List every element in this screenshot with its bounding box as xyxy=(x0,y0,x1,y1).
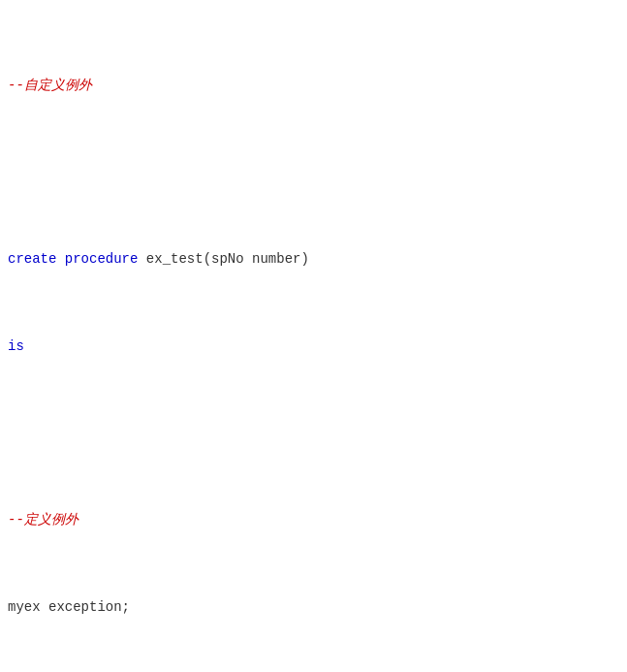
normal-7: myex exception; xyxy=(8,599,130,615)
comment-2: --定义例外 xyxy=(8,512,78,528)
code-line-6: --定义例外 xyxy=(8,509,619,530)
code-line-2 xyxy=(8,162,619,183)
keyword-is: is xyxy=(8,338,24,354)
comment-1: --自定义例外 xyxy=(8,78,92,93)
normal-3: ex_test(spNo number) xyxy=(146,251,309,267)
code-line-5 xyxy=(8,422,619,443)
code-line-4: is xyxy=(8,336,619,357)
code-line-1: --自定义例外 xyxy=(8,75,619,96)
code-line-7: myex exception; xyxy=(8,596,619,618)
keyword-create: create procedure xyxy=(8,251,146,267)
code-line-3: create procedure ex_test(spNo number) xyxy=(8,248,619,270)
code-block: --自定义例外 create procedure ex_test(spNo nu… xyxy=(8,10,619,672)
